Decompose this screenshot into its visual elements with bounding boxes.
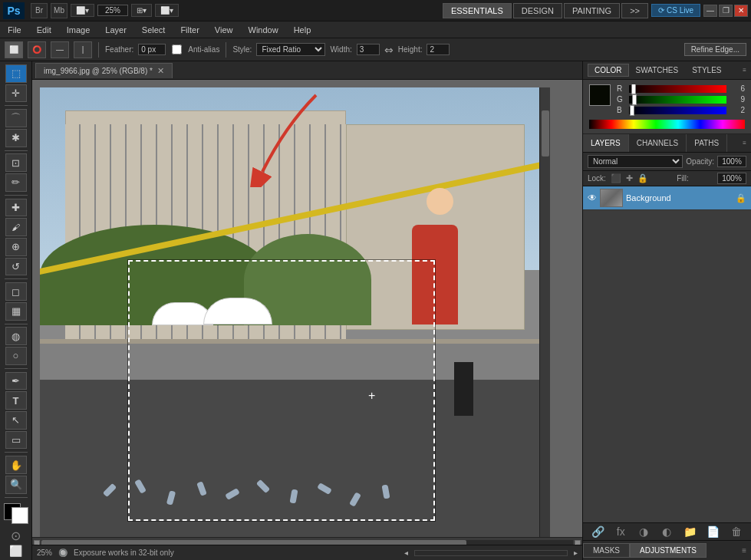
r-slider[interactable] [629,85,726,93]
screen-mode-btn[interactable]: ⬜▾ [71,4,94,17]
tool-hand[interactable]: ✋ [5,456,27,474]
background-color[interactable] [12,507,28,524]
lock-pixels-icon[interactable]: ⬛ [611,173,621,183]
menu-filter[interactable]: Filter [177,24,202,36]
menu-view[interactable]: View [212,24,236,36]
tool-spot-heal[interactable]: ✚ [5,199,27,217]
menu-edit[interactable]: Edit [34,24,54,36]
r-slider-thumb[interactable] [631,84,636,94]
canvas-image[interactable]: + [40,87,550,545]
layers-panel-menu[interactable]: ≡ [743,140,746,147]
menu-window[interactable]: Window [245,24,282,36]
tool-move[interactable]: ✛ [5,84,27,103]
style-select[interactable]: Fixed Ratio Normal Fixed Size [256,43,325,56]
tool-brush[interactable]: 🖌 [5,218,27,236]
restore-button[interactable]: ❐ [719,5,733,17]
tool-eraser[interactable]: ◻ [5,282,27,301]
color-spectrum-bar[interactable] [589,120,745,129]
refine-edge-button[interactable]: Refine Edge... [684,43,746,56]
marquee-ellipse-btn[interactable]: ⭕ [28,41,46,58]
tab-swatches[interactable]: SWATCHES [629,64,686,77]
tool-crop[interactable]: ⊡ [5,153,27,172]
tool-gradient[interactable]: ▦ [5,302,27,321]
tab-styles[interactable]: STYLES [685,64,728,77]
tab-design[interactable]: DESIGN [513,3,562,18]
blend-mode-select[interactable]: Normal Multiply Screen Overlay [588,155,683,168]
tool-history-brush[interactable]: ↺ [5,258,27,276]
tool-pen[interactable]: ✒ [5,372,27,390]
quick-mask-icon[interactable]: ⊙ [11,529,21,543]
tool-quick-select[interactable]: ✱ [5,129,27,147]
anti-alias-checkbox[interactable] [172,44,182,54]
v-scroll-thumb[interactable] [542,110,549,156]
lock-all-icon[interactable]: 🔒 [637,173,648,183]
tool-zoom[interactable]: 🔍 [5,476,27,494]
b-slider[interactable] [629,107,726,114]
tab-painting[interactable]: PAINTING [564,3,620,18]
cs-live-button[interactable]: ⟳ CS Live [651,4,700,17]
canvas-tab[interactable]: img_9966.jpg @ 25% (RGB/8) * ✕ [35,63,173,78]
zoom-level[interactable]: 25% [97,5,128,16]
h-scroll-thumb[interactable] [41,540,466,545]
v-scrollbar[interactable] [539,87,550,545]
b-slider-thumb[interactable] [630,105,634,116]
menu-select[interactable]: Select [139,24,169,36]
tab-color[interactable]: COLOR [588,64,629,77]
new-adjustment-btn[interactable]: ◐ [657,525,677,538]
layer-item-background[interactable]: 👁 Background 🔒 [583,186,751,210]
new-group-btn[interactable]: 📁 [680,525,700,538]
tool-clone-stamp[interactable]: ⊕ [5,238,27,256]
menu-help[interactable]: Help [291,24,315,36]
canvas-wrapper[interactable]: + ◂ ▸ [32,80,582,545]
layers-empty-area[interactable] [583,210,751,522]
add-mask-btn[interactable]: ◑ [634,525,654,538]
delete-layer-btn[interactable]: 🗑 [726,525,746,538]
new-layer-btn[interactable]: 📄 [703,525,723,538]
timeline-scroll[interactable] [414,550,568,556]
scroll-left-btn[interactable]: ◂ [404,548,408,557]
h-scrollbar[interactable]: ◂ ▸ [32,537,582,545]
workspace-btn[interactable]: ⬜▾ [155,4,179,17]
swap-icon[interactable]: ⇔ [384,44,394,56]
tab-channels[interactable]: CHANNELS [629,134,687,152]
close-button[interactable]: ✕ [734,5,748,17]
marquee-rect-btn[interactable]: ⬜ [5,41,23,58]
width-input[interactable] [357,44,380,55]
tool-dodge[interactable]: ○ [5,347,27,365]
screen-mode-icon[interactable]: ⬜ [9,545,22,557]
tab-adjustments[interactable]: ADJUSTMENTS [630,543,707,558]
fill-input[interactable] [717,173,746,184]
scroll-right-btn[interactable]: ▸ [574,548,578,557]
lock-position-icon[interactable]: ✚ [626,173,633,183]
mini-bridge-icon[interactable]: Mb [51,3,68,18]
link-layers-btn[interactable]: 🔗 [588,525,608,538]
g-slider-thumb[interactable] [632,94,637,105]
h-scroll-arrow-right[interactable]: ▸ [575,540,581,545]
tab-masks[interactable]: MASKS [583,543,630,558]
tab-layers[interactable]: LAYERS [583,134,629,152]
status-info-icon[interactable]: 🔘 [58,548,68,557]
layer-visibility-icon[interactable]: 👁 [588,193,597,203]
feather-input[interactable] [138,44,166,55]
bottom-panel-menu-icon[interactable]: ≡ [742,546,746,555]
g-slider[interactable] [629,96,726,104]
tool-blur[interactable]: ◍ [5,327,27,345]
tool-rectangular-marquee[interactable]: ⬚ [5,64,27,83]
h-scroll-track[interactable] [41,540,573,545]
color-preview-swatch[interactable] [589,84,611,106]
color-panel-menu[interactable]: ≡ [743,67,746,74]
height-input[interactable] [427,44,450,55]
tool-text[interactable]: T [5,391,27,410]
tool-lasso[interactable]: ⌒ [5,109,27,127]
bridge-icon[interactable]: Br [31,3,48,18]
menu-image[interactable]: Image [64,24,94,36]
tab-essentials[interactable]: ESSENTIALS [443,3,512,18]
tool-path-select[interactable]: ↖ [5,411,27,430]
menu-file[interactable]: File [5,24,25,36]
tool-eyedropper[interactable]: ✏ [5,173,27,192]
minimize-button[interactable]: — [703,5,717,17]
view-arrange-btn[interactable]: ⊞▾ [131,4,152,17]
opacity-input[interactable] [717,156,746,167]
tab-more[interactable]: >> [621,3,648,18]
add-style-btn[interactable]: fx [611,525,631,538]
